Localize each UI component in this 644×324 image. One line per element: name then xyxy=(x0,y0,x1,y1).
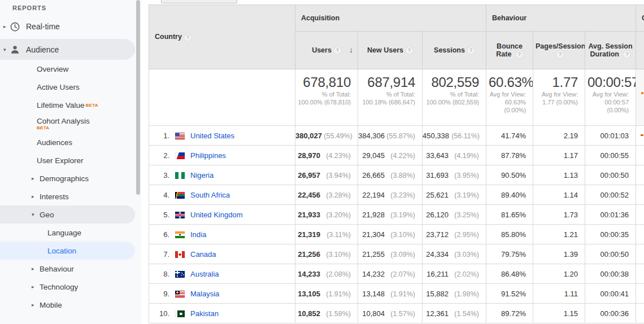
country-link[interactable]: Philippines xyxy=(190,151,226,160)
country-link[interactable]: Canada xyxy=(190,250,216,259)
column-header-sessions[interactable]: Sessions? xyxy=(423,32,486,69)
help-icon[interactable]: ? xyxy=(623,51,630,58)
help-icon[interactable]: ? xyxy=(184,34,192,41)
bounce-rate-cell: 79.75% xyxy=(486,244,533,264)
chevron-down-icon[interactable]: ▾ xyxy=(0,47,8,52)
sidebar-item-label: Audiences xyxy=(37,138,72,147)
help-icon[interactable]: ? xyxy=(556,51,564,58)
avg-session-duration-cell: 00:00:50 xyxy=(585,244,636,264)
country-cell: 5.United Kingdom xyxy=(149,205,295,225)
column-header-avg-session-duration[interactable]: Avg. Session Duration ? xyxy=(585,32,636,69)
sidebar-item-behaviour[interactable]: ▸Behaviour xyxy=(0,260,141,278)
sidebar-item-attribution[interactable]: AttributionBETA xyxy=(0,321,141,324)
sidebar-item-active-users[interactable]: Active Users xyxy=(0,78,141,96)
clipped-cell xyxy=(636,165,644,185)
sidebar-item-interests[interactable]: ▸Interests xyxy=(0,187,141,205)
country-flag-icon xyxy=(175,251,185,258)
new-users-cell: 21,928(3.19%) xyxy=(358,205,423,225)
sessions-cell: 25,621(3.19%) xyxy=(423,185,486,205)
pages-session-cell: 1.17 xyxy=(533,146,585,165)
country-link[interactable]: Malaysia xyxy=(190,290,219,298)
country-cell: 3.Nigeria xyxy=(149,165,295,185)
clipped-cell xyxy=(636,205,644,225)
new-users-cell: 26,665(3.88%) xyxy=(358,165,423,185)
sidebar-item-cohort-analysis[interactable]: Cohort AnalysisBETA xyxy=(0,114,141,133)
pages-session-cell: 1.11 xyxy=(533,284,585,304)
country-link[interactable]: Australia xyxy=(190,270,219,278)
sidebar-item-language[interactable]: Language xyxy=(0,224,141,242)
summary-new-users: 687,914 % of Total: 100.18% (686,647) xyxy=(358,69,423,126)
summary-users: 678,810 % of Total: 100.00% (678,810) xyxy=(295,69,358,126)
table-row: 9.Malaysia13,105(1.91%)13,148(1.91%)15,8… xyxy=(149,284,644,304)
chevron-right-icon[interactable]: ▸ xyxy=(32,194,40,199)
table-row: 10.Pakistan10,852(1.58%)10,804(1.57%)12,… xyxy=(149,304,644,323)
sidebar-item-demographics[interactable]: ▸Demographics xyxy=(0,169,141,187)
column-header-users[interactable]: Users? ↓ xyxy=(295,32,358,69)
pages-session-cell: 1.39 xyxy=(533,244,585,264)
country-link[interactable]: Nigeria xyxy=(190,171,214,179)
sort-descending-icon[interactable]: ↓ xyxy=(349,45,353,54)
sidebar-item-user-explorer[interactable]: User Explorer xyxy=(0,151,141,169)
sidebar-item-label: Real-time xyxy=(26,22,60,31)
country-link[interactable]: South Africa xyxy=(190,191,230,199)
chevron-right-icon[interactable]: ▸ xyxy=(0,24,8,29)
chevron-right-icon[interactable]: ▸ xyxy=(32,176,40,181)
sidebar-item-mobile[interactable]: ▸Mobile xyxy=(0,296,141,314)
country-cell: 8.Australia xyxy=(149,264,295,284)
pages-session-cell: 1.21 xyxy=(533,225,585,244)
clock-icon xyxy=(9,21,20,32)
new-users-cell: 29,045(4.22%) xyxy=(358,146,423,165)
country-link[interactable]: India xyxy=(190,230,206,239)
sessions-cell: 33,643(4.19%) xyxy=(423,146,486,165)
bounce-rate-cell: 81.65% xyxy=(486,205,533,225)
group-header-conversions-clipped: C xyxy=(636,5,644,32)
clipped-cell xyxy=(636,185,644,205)
sidebar-item-location[interactable]: Location xyxy=(0,242,135,260)
column-header-pages-session[interactable]: Pages/Session ? xyxy=(533,32,585,69)
new-users-cell: 13,148(1.91%) xyxy=(358,284,423,304)
sidebar-item-overview[interactable]: Overview xyxy=(0,60,141,78)
sidebar-item-label: Language xyxy=(47,229,81,237)
table-row: 7.Canada21,256(3.10%)21,255(3.09%)24,334… xyxy=(149,244,644,264)
column-header-new-users[interactable]: New Users? xyxy=(358,32,423,69)
sidebar-item-label: Technology xyxy=(40,283,78,291)
sidebar-item-technology[interactable]: ▸Technology xyxy=(0,278,141,296)
sidebar-item-geo[interactable]: ▾Geo xyxy=(0,205,135,224)
group-header-behaviour: Behaviour xyxy=(486,5,636,32)
help-icon[interactable]: ? xyxy=(516,51,523,58)
clipped-toolbar-control[interactable] xyxy=(161,0,237,3)
bounce-rate-cell: 90.50% xyxy=(486,165,533,185)
row-rank: 8. xyxy=(157,270,169,278)
table-row: 2.Philippines28,970(4.23%)29,045(4.22%)3… xyxy=(149,146,644,165)
chevron-right-icon[interactable]: ▸ xyxy=(32,302,40,308)
country-flag-icon xyxy=(175,152,185,159)
country-link[interactable]: United States xyxy=(190,132,234,140)
help-icon[interactable]: ? xyxy=(467,47,475,54)
country-cell: 10.Pakistan xyxy=(149,304,295,323)
chevron-right-icon[interactable]: ▸ xyxy=(32,284,40,290)
sidebar-scrollbar[interactable] xyxy=(136,0,140,195)
bounce-rate-cell: 87.78% xyxy=(486,146,533,165)
clipped-cell xyxy=(636,225,644,244)
avg-session-duration-cell: 00:00:50 xyxy=(585,165,636,185)
new-users-cell: 10,804(1.57%) xyxy=(358,304,423,323)
sidebar-item-label: Geo xyxy=(40,211,54,219)
country-cell: 6.India xyxy=(149,225,295,244)
country-link[interactable]: Pakistan xyxy=(190,309,219,318)
chevron-right-icon[interactable]: ▸ xyxy=(32,266,40,272)
sidebar-item-real-time[interactable]: ▸Real-time xyxy=(0,20,141,33)
country-link[interactable]: United Kingdom xyxy=(190,211,243,219)
sidebar-item-lifetime-value[interactable]: Lifetime ValueBETA xyxy=(0,96,141,114)
new-users-cell: 21,255(3.09%) xyxy=(358,244,423,264)
sidebar-item-audience[interactable]: ▾Audience xyxy=(0,39,135,60)
chevron-down-icon[interactable]: ▾ xyxy=(32,212,40,217)
column-header-bounce-rate[interactable]: Bounce Rate ? xyxy=(486,32,533,69)
column-header-country[interactable]: Country? xyxy=(149,5,295,69)
sidebar-item-audiences[interactable]: Audiences xyxy=(0,133,141,151)
users-cell: 14,233(2.08%) xyxy=(295,264,358,284)
table-row: 8.Australia14,233(2.08%)14,232(2.07%)16,… xyxy=(149,264,644,284)
sidebar-item-label: User Explorer xyxy=(37,156,84,165)
avg-session-duration-cell: 00:01:36 xyxy=(585,205,636,225)
help-icon[interactable]: ? xyxy=(334,47,341,54)
help-icon[interactable]: ? xyxy=(406,47,413,54)
